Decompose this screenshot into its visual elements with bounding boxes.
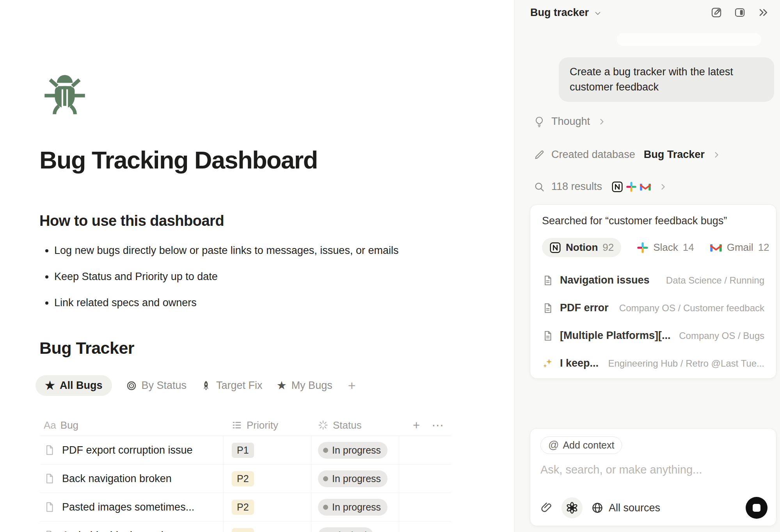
page-icon	[44, 501, 55, 513]
tab-label: Target Fix	[216, 379, 263, 392]
chip-slack[interactable]: Slack 14	[637, 241, 694, 254]
composer-input[interactable]: Ask, search, or make anything...	[540, 463, 766, 476]
priority-cell[interactable]: P1	[223, 436, 311, 464]
priority-tag: P2	[232, 500, 254, 515]
priority-tag: P2	[232, 471, 254, 486]
search-icon	[533, 181, 545, 193]
gmail-icon	[710, 243, 722, 253]
page-icon	[44, 530, 55, 532]
sidebar-layout-icon[interactable]	[734, 7, 746, 18]
status-cell[interactable]: Blocked	[311, 521, 399, 532]
step-label: Created database	[551, 149, 635, 161]
result-source-path: Engineering Hub / Retro @Last Tue...	[608, 358, 764, 369]
search-result-item[interactable]: PDF error Company OS / Customer feedback	[542, 294, 764, 322]
source-icons	[611, 181, 651, 193]
howto-heading: How to use this dashboard	[39, 213, 224, 229]
priority-cell[interactable]: P2	[223, 493, 311, 521]
search-card-title: Searched for “customer feedback bugs”	[542, 215, 764, 227]
tab-label: My Bugs	[291, 379, 332, 392]
sidebar-actions	[711, 7, 769, 18]
chatgpt-model-button[interactable]	[561, 497, 583, 518]
add-column-button[interactable]: +	[413, 419, 420, 431]
bug-cell[interactable]: Back navigation broken	[40, 465, 223, 493]
status-cell[interactable]: In progress	[311, 493, 399, 521]
table-header-row: Aa Bug Priority Status	[40, 415, 451, 436]
status-pill: In progress	[318, 442, 387, 459]
lightbulb-icon	[533, 116, 545, 128]
tab-all-bugs[interactable]: ★ All Bugs	[36, 375, 112, 396]
status-dot	[323, 505, 328, 510]
new-chat-icon[interactable]	[711, 7, 722, 18]
priority-tag: P2	[232, 528, 254, 532]
add-view-button[interactable]: +	[348, 378, 356, 393]
status-cell[interactable]: In progress	[311, 436, 399, 464]
tab-label: By Status	[142, 379, 187, 392]
stop-button[interactable]	[746, 497, 768, 519]
search-result-item[interactable]: I keep... Engineering Hub / Retro @Last …	[542, 349, 764, 377]
empty-cell[interactable]	[399, 465, 451, 493]
table-more-button[interactable]: ⋯	[432, 419, 444, 431]
document-icon	[542, 275, 554, 286]
document-icon	[542, 330, 554, 342]
all-sources-button[interactable]: All sources	[591, 502, 660, 514]
status-cell[interactable]: In progress	[311, 465, 399, 493]
bug-page-icon[interactable]	[39, 71, 91, 115]
priority-cell[interactable]: P2	[223, 521, 311, 532]
chip-gmail[interactable]: Gmail 12	[710, 241, 769, 254]
text-type-icon: Aa	[44, 419, 56, 431]
table-row[interactable]: Android tablet layout issue P2 Blocked	[40, 521, 451, 532]
empty-cell[interactable]	[399, 436, 451, 464]
stop-icon	[753, 504, 760, 512]
add-context-button[interactable]: @ Add context	[540, 436, 622, 454]
column-header-status[interactable]: Status	[311, 419, 399, 431]
all-sources-label: All sources	[609, 502, 660, 514]
chevron-right-icon	[597, 117, 606, 126]
status-dot	[323, 476, 328, 481]
agent-selector[interactable]: Bug tracker	[530, 7, 602, 19]
result-source-path: Data Science / Running	[666, 275, 764, 286]
search-result-item[interactable]: [Multiple Platforms][... Company OS / Bu…	[542, 322, 764, 349]
collapse-sidebar-icon[interactable]	[757, 7, 769, 18]
select-list-icon	[231, 420, 242, 431]
chevron-down-icon	[593, 9, 602, 18]
user-message-bubble: Create a bug tracker with the latest cus…	[559, 57, 774, 102]
notion-icon	[611, 181, 623, 193]
column-header-bug[interactable]: Aa Bug	[40, 419, 223, 431]
tab-my-bugs[interactable]: ★ My Bugs	[277, 379, 332, 392]
bug-table: Aa Bug Priority Status	[40, 415, 451, 532]
priority-tag: P1	[232, 443, 254, 458]
howto-bullet: Log new bugs directly below or paste lin…	[54, 243, 398, 258]
howto-bullet: Keep Status and Priority up to date	[54, 269, 398, 284]
source-filter-chips: Notion 92 Slack 14	[542, 238, 764, 257]
sparkles-icon	[542, 358, 554, 369]
star-icon: ★	[45, 380, 55, 391]
table-row[interactable]: Back navigation broken P2 In progress	[40, 465, 451, 493]
tab-by-status[interactable]: By Status	[126, 379, 187, 392]
table-header-actions: + ⋯	[399, 419, 451, 431]
created-database-name: Bug Tracker	[644, 149, 705, 161]
empty-cell[interactable]	[399, 493, 451, 521]
column-header-priority[interactable]: Priority	[223, 419, 311, 431]
gmail-icon	[640, 182, 651, 192]
pencil-icon	[533, 149, 545, 161]
created-database-step[interactable]: Created database Bug Tracker	[533, 149, 721, 161]
table-row[interactable]: PDF export corruption issue P1 In progre…	[40, 436, 451, 465]
status-pill: Blocked	[318, 527, 373, 532]
table-row[interactable]: Pasted images sometimes... P2 In progres…	[40, 493, 451, 521]
search-result-item[interactable]: Navigation issues Data Science / Running	[542, 266, 764, 294]
tab-target-fix[interactable]: Target Fix	[201, 379, 263, 392]
agent-title: Bug tracker	[530, 7, 589, 19]
chip-notion[interactable]: Notion 92	[542, 238, 621, 257]
thought-step[interactable]: Thought	[533, 115, 606, 128]
chevron-right-icon	[712, 150, 721, 160]
bug-cell[interactable]: Android tablet layout issue	[40, 521, 223, 532]
bug-cell[interactable]: PDF export corruption issue	[40, 436, 223, 464]
search-results-card: Searched for “customer feedback bugs” No…	[530, 204, 776, 379]
scrolled-message-remnant	[617, 33, 761, 46]
attachment-icon[interactable]	[540, 502, 553, 514]
bug-cell[interactable]: Pasted images sometimes...	[40, 493, 223, 521]
chevron-right-icon	[658, 182, 668, 192]
search-results-step[interactable]: 118 results	[533, 181, 668, 193]
priority-cell[interactable]: P2	[223, 465, 311, 493]
empty-cell[interactable]	[399, 521, 451, 532]
